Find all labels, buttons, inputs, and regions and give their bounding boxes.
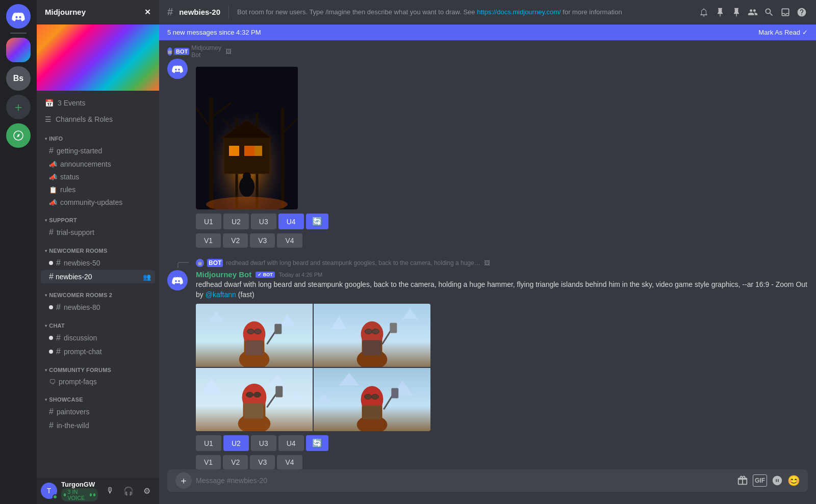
add-server-button[interactable]: ＋: [6, 95, 31, 119]
message-input[interactable]: [196, 476, 732, 485]
v3-button-msg1[interactable]: V3: [250, 233, 275, 248]
message-author-2: Midjourney Bot: [196, 270, 251, 279]
user-settings-button[interactable]: ⚙: [139, 483, 155, 499]
bot-badge-2: ✓ BOT: [256, 272, 275, 278]
v2-button-msg1[interactable]: V2: [223, 233, 248, 248]
inbox-button[interactable]: [779, 6, 792, 18]
megaphone-icon: 📣: [49, 161, 57, 168]
mention-kaftann[interactable]: @kaftann: [206, 290, 236, 299]
u1-button-msg1[interactable]: U1: [196, 214, 221, 229]
unread-bullet: [49, 261, 53, 265]
emoji-button[interactable]: 😊: [787, 474, 800, 487]
server-item-channels-roles[interactable]: ☰ Channels & Roles: [37, 111, 159, 127]
category-info[interactable]: ▾ INFO: [37, 127, 159, 144]
voice-dot-1: [64, 493, 66, 496]
category-newcomer-rooms-2[interactable]: ▾ NEWCOMER ROOMS 2: [37, 284, 159, 300]
v4-button-msg1[interactable]: V4: [277, 233, 302, 248]
u3-button-msg2[interactable]: U3: [251, 435, 276, 451]
v1-button-msg2[interactable]: V1: [196, 455, 221, 469]
channel-item-getting-started[interactable]: # getting-started: [41, 144, 155, 157]
explore-server-button[interactable]: [6, 123, 31, 148]
midjourney-server-icon[interactable]: [6, 38, 31, 62]
notification-settings-button[interactable]: [698, 6, 710, 18]
server-header[interactable]: Midjourney ✕: [37, 0, 159, 24]
channel-item-newbies-20[interactable]: # newbies-20 👥: [41, 270, 155, 283]
v3-button-msg2[interactable]: V3: [250, 455, 275, 469]
category-newcomer-rooms[interactable]: ▾ NEWCOMER ROOMS: [37, 240, 159, 256]
server-item-events-label: 3 Events: [58, 99, 85, 107]
u4-button-msg2[interactable]: U4: [278, 435, 304, 451]
channel-item-prompt-faqs[interactable]: 🗨 prompt-faqs: [41, 376, 155, 388]
gift-button[interactable]: [736, 474, 749, 487]
message-avatar-1: [167, 59, 188, 79]
user-controls: 🎙 🎧 ⚙: [102, 483, 155, 499]
mute-button[interactable]: 🎙: [102, 483, 118, 499]
add-attachment-button[interactable]: ＋: [175, 472, 192, 489]
category-chat-label: CHAT: [49, 323, 65, 329]
category-support[interactable]: ▾ SUPPORT: [37, 209, 159, 225]
category-community-forums[interactable]: ▾ COMMUNITY FORUMS: [37, 359, 159, 375]
channel-item-prompt-chat[interactable]: # prompt-chat: [41, 345, 155, 358]
refresh-button-msg1[interactable]: 🔄: [306, 214, 328, 229]
hash-icon: #: [56, 258, 61, 268]
category-chat[interactable]: ▾ CHAT: [37, 314, 159, 331]
mark-read-icon: ✓: [802, 29, 808, 36]
action-buttons-row1-msg1: U1 U2 U3 U4 🔄: [196, 214, 808, 229]
category-arrow: ▾: [45, 293, 47, 298]
help-button[interactable]: [796, 6, 808, 18]
hash-icon: #: [49, 421, 54, 430]
refresh-button-msg2[interactable]: 🔄: [306, 435, 328, 451]
channel-item-newbies-50[interactable]: # newbies-50: [41, 256, 155, 270]
channel-name: status: [60, 173, 151, 181]
channel-item-status[interactable]: 📣 status: [41, 171, 155, 183]
mark-as-read-button[interactable]: Mark As Read ✓: [758, 29, 808, 36]
svg-rect-68: [363, 406, 381, 420]
v2-button-msg2[interactable]: V2: [223, 455, 248, 469]
channel-desc-link[interactable]: https://docs.midjourney.com/: [477, 8, 563, 16]
voice-label: 3 IN VOICE: [67, 489, 88, 501]
u2-button-msg2[interactable]: U2: [223, 435, 249, 451]
channel-item-rules[interactable]: 📋 rules: [41, 183, 155, 196]
category-arrow: ▾: [45, 324, 47, 328]
sticker-button[interactable]: [771, 474, 783, 487]
hash-icon: #: [56, 347, 61, 356]
svg-point-52: [246, 392, 253, 397]
message-input-area: ＋ GIF 😊: [159, 469, 816, 504]
channel-item-trial-support[interactable]: # trial-support: [41, 226, 155, 239]
channel-item-newbies-80[interactable]: # newbies-80: [41, 301, 155, 314]
v4-button-msg2[interactable]: V4: [277, 455, 302, 469]
v1-button-msg1[interactable]: V1: [196, 233, 221, 248]
user-name: TurgonGW: [61, 481, 98, 488]
channel-item-announcements[interactable]: 📣 announcements: [41, 158, 155, 170]
add-members-icon[interactable]: 👥: [143, 273, 151, 281]
channel-item-community-updates[interactable]: 📣 community-updates: [41, 196, 155, 208]
reply-image-icon: 🖼: [225, 48, 232, 55]
message-avatar-2: [167, 270, 188, 290]
category-showcase[interactable]: ▾ SHOWCASE: [37, 388, 159, 405]
discord-home-button[interactable]: [6, 4, 31, 29]
server-divider: [10, 33, 27, 34]
u1-button-msg2[interactable]: U1: [196, 435, 221, 451]
search-button[interactable]: [763, 6, 775, 18]
channel-header-desc: Bot room for new users. Type /imagine th…: [237, 8, 692, 16]
members-button[interactable]: [747, 6, 759, 18]
u2-button-msg1[interactable]: U2: [223, 214, 249, 229]
gif-button[interactable]: GIF: [753, 474, 767, 487]
bs-server-icon[interactable]: Bs: [6, 66, 31, 91]
svg-rect-55: [275, 386, 283, 397]
deafen-button[interactable]: 🎧: [120, 483, 137, 499]
channel-item-paintovers[interactable]: # paintovers: [41, 405, 155, 418]
header-icons: [698, 6, 808, 18]
message-content-1: U1 U2 U3 U4 🔄 V1 V2 V3 V4: [196, 52, 808, 248]
channel-item-discussion[interactable]: # discussion: [41, 331, 155, 344]
channel-name: newbies-50: [64, 259, 151, 267]
pin-button[interactable]: [714, 6, 726, 18]
channel-item-in-the-wild[interactable]: # in-the-wild: [41, 419, 155, 432]
grid-cell-1: [196, 304, 313, 367]
message-group-2: Midjourney Bot ✓ BOT Today at 4:26 PM re…: [159, 268, 816, 469]
u3-button-msg1[interactable]: U3: [251, 214, 276, 229]
hash-icon: #: [49, 146, 54, 155]
server-item-events[interactable]: 📅 3 Events: [37, 95, 159, 111]
u4-button-msg1[interactable]: U4: [278, 214, 304, 229]
pinned-button[interactable]: [730, 6, 743, 18]
